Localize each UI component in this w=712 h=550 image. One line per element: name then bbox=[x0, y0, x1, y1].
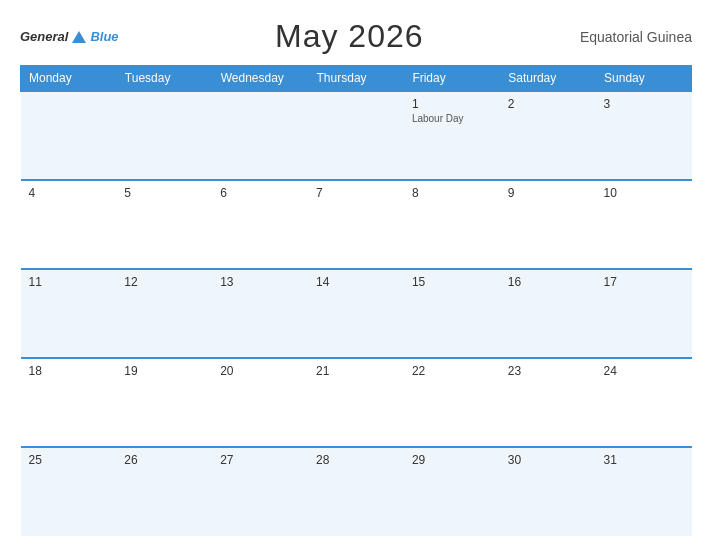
day-cell-w5-d2: 26 bbox=[116, 447, 212, 536]
day-number: 10 bbox=[604, 186, 684, 200]
day-cell-w5-d7: 31 bbox=[596, 447, 692, 536]
day-number: 19 bbox=[124, 364, 204, 378]
day-cell-w3-d4: 14 bbox=[308, 269, 404, 358]
day-cell-w4-d4: 21 bbox=[308, 358, 404, 447]
day-number: 14 bbox=[316, 275, 396, 289]
day-number: 11 bbox=[29, 275, 109, 289]
day-number: 28 bbox=[316, 453, 396, 467]
day-number: 1 bbox=[412, 97, 492, 111]
day-cell-w2-d6: 9 bbox=[500, 180, 596, 269]
day-cell-w1-d7: 3 bbox=[596, 91, 692, 180]
day-cell-w3-d3: 13 bbox=[212, 269, 308, 358]
day-number: 30 bbox=[508, 453, 588, 467]
day-cell-w5-d6: 30 bbox=[500, 447, 596, 536]
week-row-2: 45678910 bbox=[21, 180, 692, 269]
day-cell-w3-d6: 16 bbox=[500, 269, 596, 358]
day-cell-w4-d6: 23 bbox=[500, 358, 596, 447]
day-cell-w2-d7: 10 bbox=[596, 180, 692, 269]
header: General Blue May 2026 Equatorial Guinea bbox=[20, 18, 692, 55]
day-cell-w4-d3: 20 bbox=[212, 358, 308, 447]
day-number: 5 bbox=[124, 186, 204, 200]
day-cell-w2-d3: 6 bbox=[212, 180, 308, 269]
logo-blue-text: Blue bbox=[90, 29, 118, 44]
day-cell-w5-d5: 29 bbox=[404, 447, 500, 536]
day-cell-w1-d4 bbox=[308, 91, 404, 180]
day-cell-w5-d4: 28 bbox=[308, 447, 404, 536]
week-row-4: 18192021222324 bbox=[21, 358, 692, 447]
day-number: 17 bbox=[604, 275, 684, 289]
day-cell-w1-d5: 1Labour Day bbox=[404, 91, 500, 180]
day-cell-w4-d7: 24 bbox=[596, 358, 692, 447]
day-number: 21 bbox=[316, 364, 396, 378]
day-number: 27 bbox=[220, 453, 300, 467]
day-number: 22 bbox=[412, 364, 492, 378]
header-thursday: Thursday bbox=[308, 66, 404, 92]
day-number: 3 bbox=[604, 97, 684, 111]
header-friday: Friday bbox=[404, 66, 500, 92]
logo: General Blue bbox=[20, 29, 119, 44]
logo-triangle-icon bbox=[72, 31, 86, 43]
day-number: 6 bbox=[220, 186, 300, 200]
day-cell-w2-d4: 7 bbox=[308, 180, 404, 269]
header-monday: Monday bbox=[21, 66, 117, 92]
day-number: 7 bbox=[316, 186, 396, 200]
day-number: 25 bbox=[29, 453, 109, 467]
day-cell-w4-d2: 19 bbox=[116, 358, 212, 447]
day-number: 16 bbox=[508, 275, 588, 289]
day-cell-w1-d2 bbox=[116, 91, 212, 180]
country-label: Equatorial Guinea bbox=[580, 29, 692, 45]
day-cell-w4-d1: 18 bbox=[21, 358, 117, 447]
week-row-5: 25262728293031 bbox=[21, 447, 692, 536]
calendar-title: May 2026 bbox=[275, 18, 424, 55]
day-number: 23 bbox=[508, 364, 588, 378]
day-number: 4 bbox=[29, 186, 109, 200]
header-tuesday: Tuesday bbox=[116, 66, 212, 92]
day-cell-w5-d3: 27 bbox=[212, 447, 308, 536]
day-cell-w5-d1: 25 bbox=[21, 447, 117, 536]
day-number: 24 bbox=[604, 364, 684, 378]
holiday-label: Labour Day bbox=[412, 113, 492, 124]
day-number: 2 bbox=[508, 97, 588, 111]
day-number: 8 bbox=[412, 186, 492, 200]
day-cell-w1-d1 bbox=[21, 91, 117, 180]
week-row-1: 1Labour Day23 bbox=[21, 91, 692, 180]
day-number: 12 bbox=[124, 275, 204, 289]
page: General Blue May 2026 Equatorial Guinea … bbox=[0, 0, 712, 550]
header-wednesday: Wednesday bbox=[212, 66, 308, 92]
day-number: 13 bbox=[220, 275, 300, 289]
header-sunday: Sunday bbox=[596, 66, 692, 92]
logo-general-text: General bbox=[20, 29, 68, 44]
week-row-3: 11121314151617 bbox=[21, 269, 692, 358]
day-cell-w1-d6: 2 bbox=[500, 91, 596, 180]
day-cell-w3-d7: 17 bbox=[596, 269, 692, 358]
day-number: 26 bbox=[124, 453, 204, 467]
header-saturday: Saturday bbox=[500, 66, 596, 92]
day-cell-w4-d5: 22 bbox=[404, 358, 500, 447]
weekday-header-row: Monday Tuesday Wednesday Thursday Friday… bbox=[21, 66, 692, 92]
day-number: 20 bbox=[220, 364, 300, 378]
day-number: 31 bbox=[604, 453, 684, 467]
day-cell-w3-d5: 15 bbox=[404, 269, 500, 358]
calendar-table: Monday Tuesday Wednesday Thursday Friday… bbox=[20, 65, 692, 536]
day-number: 18 bbox=[29, 364, 109, 378]
day-cell-w3-d1: 11 bbox=[21, 269, 117, 358]
day-cell-w2-d2: 5 bbox=[116, 180, 212, 269]
day-number: 15 bbox=[412, 275, 492, 289]
day-cell-w1-d3 bbox=[212, 91, 308, 180]
day-number: 29 bbox=[412, 453, 492, 467]
day-cell-w2-d5: 8 bbox=[404, 180, 500, 269]
day-cell-w3-d2: 12 bbox=[116, 269, 212, 358]
day-cell-w2-d1: 4 bbox=[21, 180, 117, 269]
day-number: 9 bbox=[508, 186, 588, 200]
